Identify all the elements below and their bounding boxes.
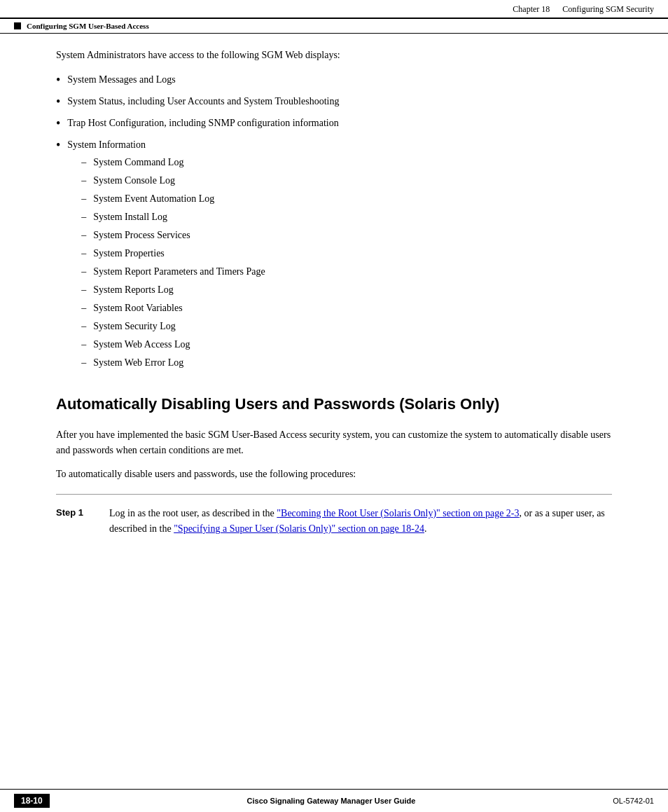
sub-list: – System Command Log – System Console Lo… (81, 155, 265, 370)
bullet-text: System Status, including User Accounts a… (67, 94, 339, 109)
step-1-container: Step 1 Log in as the root user, as descr… (56, 506, 612, 537)
sub-item-text: System Reports Log (93, 282, 173, 297)
bullet-text: System Messages and Logs (67, 72, 175, 87)
sub-list-item: – System Event Automation Log (81, 191, 265, 206)
bullet-dot: • (56, 114, 60, 133)
sub-list-item: – System Properties (81, 246, 265, 261)
sub-header: Configuring SGM User-Based Access (0, 19, 668, 34)
sub-list-item: – System Reports Log (81, 282, 265, 297)
section-heading: Automatically Disabling Users and Passwo… (56, 394, 612, 415)
sub-item-text: System Web Error Log (93, 355, 183, 370)
top-header: Chapter 18 Configuring SGM Security (0, 0, 668, 19)
step-1-content: Log in as the root user, as described in… (109, 506, 612, 537)
step-label: Step 1 (56, 506, 98, 518)
dash-icon: – (81, 246, 86, 261)
sub-list-item: – System Web Access Log (81, 337, 265, 352)
bullet-text: Trap Host Configuration, including SNMP … (67, 116, 338, 130)
chapter-header: Chapter 18 Configuring SGM Security (513, 4, 654, 15)
step-link-1[interactable]: "Becoming the Root User (Solaris Only)" … (277, 508, 519, 518)
sub-list-item: – System Web Error Log (81, 355, 265, 370)
step-link-2[interactable]: "Specifying a Super User (Solaris Only)"… (174, 523, 424, 534)
sub-item-text: System Process Services (93, 228, 190, 242)
step-text-before: Log in as the root user, as described in… (109, 508, 277, 518)
sub-item-text: System Properties (93, 246, 165, 261)
chapter-number: Chapter 18 (513, 4, 550, 14)
list-item: • System Status, including User Accounts… (56, 94, 612, 111)
sub-item-text: System Security Log (93, 319, 175, 333)
footer-title: Cisco Signaling Gateway Manager User Gui… (247, 797, 416, 805)
sub-item-text: System Console Log (93, 173, 175, 188)
footer-doc-id: OL-5742-01 (613, 797, 654, 805)
sub-item-text: System Root Variables (93, 301, 182, 315)
divider (56, 494, 612, 495)
dash-icon: – (81, 228, 86, 242)
chapter-title: Configuring SGM Security (562, 4, 654, 14)
bullet-dot: • (56, 71, 60, 90)
intro-paragraph: System Administrators have access to the… (56, 48, 612, 62)
list-item: • System Messages and Logs (56, 72, 612, 90)
dash-icon: – (81, 301, 86, 315)
sub-item-text: System Event Automation Log (93, 191, 214, 206)
sub-list-item: – System Root Variables (81, 301, 265, 315)
page: Chapter 18 Configuring SGM Security Conf… (0, 0, 668, 812)
page-badge: 18-10 (14, 794, 50, 808)
breadcrumb: Configuring SGM User-Based Access (27, 22, 149, 30)
dash-icon: – (81, 264, 86, 279)
dash-icon: – (81, 337, 86, 352)
bullet-text: System Information (67, 139, 146, 150)
dash-icon: – (81, 173, 86, 188)
step-text-after: . (424, 523, 427, 534)
sub-list-item: – System Install Log (81, 209, 265, 224)
header-icon (14, 22, 21, 29)
dash-icon: – (81, 319, 86, 333)
sub-item-text: System Web Access Log (93, 337, 190, 352)
bullet-dot: • (56, 136, 60, 155)
sub-list-item: – System Report Parameters and Timers Pa… (81, 264, 265, 279)
dash-icon: – (81, 155, 86, 170)
sub-list-item: – System Security Log (81, 319, 265, 333)
bullet-dot: • (56, 92, 60, 111)
sub-list-item: – System Command Log (81, 155, 265, 170)
list-item: • System Information – System Command Lo… (56, 137, 612, 373)
list-item: • Trap Host Configuration, including SNM… (56, 116, 612, 133)
sub-item-text: System Install Log (93, 209, 167, 224)
sub-list-item: – System Console Log (81, 173, 265, 188)
dash-icon: – (81, 282, 86, 297)
dash-icon: – (81, 209, 86, 224)
sub-item-text: System Command Log (93, 155, 183, 170)
dash-icon: – (81, 355, 86, 370)
body-paragraph-2: To automatically disable users and passw… (56, 467, 612, 482)
sub-list-item: – System Process Services (81, 228, 265, 242)
dash-icon: – (81, 191, 86, 206)
footer: 18-10 Cisco Signaling Gateway Manager Us… (0, 789, 668, 812)
main-content: System Administrators have access to the… (0, 34, 668, 789)
sub-item-text: System Report Parameters and Timers Page (93, 264, 265, 279)
bullet-list: • System Messages and Logs • System Stat… (56, 72, 612, 373)
body-paragraph-1: After you have implemented the basic SGM… (56, 427, 612, 459)
